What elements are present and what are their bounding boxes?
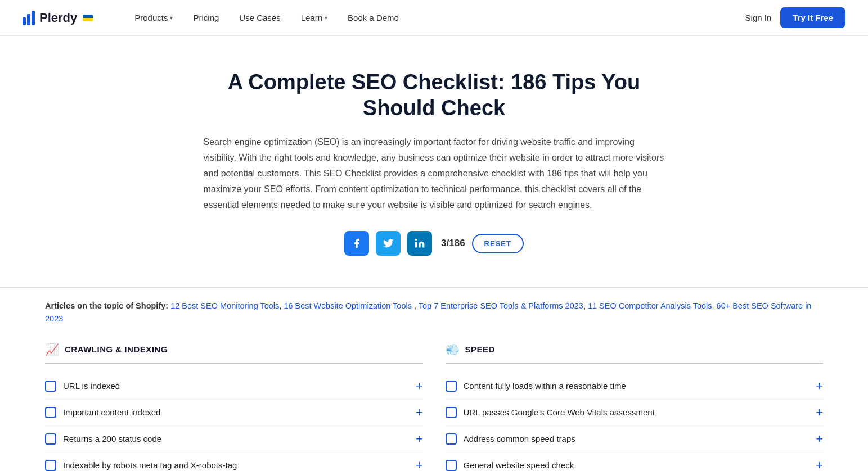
speed-icon: 💨: [446, 343, 460, 356]
logo-bar-1: [23, 17, 26, 25]
article-link-1[interactable]: 12 Best SEO Monitoring Tools: [170, 301, 279, 310]
speed-title: SPEED: [465, 345, 495, 354]
logo-icon: [23, 11, 35, 25]
hero-section: A Complete SEO Checklist: 186 Tips You S…: [181, 36, 687, 287]
expand-button[interactable]: +: [816, 459, 823, 471]
item-label: URL is indexed: [63, 381, 409, 391]
crawling-title: CRAWLING & INDEXING: [65, 345, 168, 354]
expand-button[interactable]: +: [416, 380, 423, 392]
list-item: Content fully loads within a reasonable …: [446, 373, 824, 400]
page-title: A Complete SEO Checklist: 186 Tips You S…: [204, 70, 665, 121]
checkbox-core-web-vitals[interactable]: [446, 407, 457, 418]
sign-in-link[interactable]: Sign In: [745, 13, 772, 22]
item-label: URL passes Google's Core Web Vitals asse…: [464, 407, 809, 417]
list-item: General website speed check +: [446, 452, 824, 471]
checkbox-robots-meta[interactable]: [45, 460, 56, 471]
article-link-2[interactable]: 16 Best Website Optimization Tools: [284, 301, 412, 310]
checkbox-speed-traps[interactable]: [446, 433, 457, 445]
ukraine-flag-icon: [83, 15, 93, 21]
logo-bar-3: [32, 11, 35, 25]
expand-button[interactable]: +: [416, 433, 423, 445]
nav-book-demo[interactable]: Book a Demo: [340, 8, 407, 27]
expand-button[interactable]: +: [816, 433, 823, 445]
checkbox-url-indexed[interactable]: [45, 381, 56, 392]
list-item: URL passes Google's Core Web Vitals asse…: [446, 400, 824, 426]
article-link-3[interactable]: Top 7 Enterprise SEO Tools & Platforms 2…: [419, 301, 583, 310]
expand-button[interactable]: +: [816, 380, 823, 392]
item-label: Indexable by robots meta tag and X-robot…: [63, 460, 409, 470]
logo[interactable]: Plerdy: [23, 11, 93, 25]
twitter-icon: [383, 238, 394, 249]
nav-links: Products ▾ Pricing Use Cases Learn ▾ Boo…: [127, 8, 745, 27]
list-item: Indexable by robots meta tag and X-robot…: [45, 452, 423, 471]
crawling-header: 📈 CRAWLING & INDEXING: [45, 343, 423, 364]
social-bar: 3/186 RESET: [204, 231, 665, 256]
checkbox-200-status[interactable]: [45, 433, 56, 445]
linkedin-share-button[interactable]: [407, 231, 432, 256]
list-item: URL is indexed +: [45, 373, 423, 400]
nav-products[interactable]: Products ▾: [127, 8, 181, 27]
navbar: Plerdy Products ▾ Pricing Use Cases Lear…: [0, 0, 868, 36]
checkbox-important-content[interactable]: [45, 407, 56, 418]
reset-button[interactable]: RESET: [472, 234, 524, 253]
chevron-down-icon: ▾: [325, 15, 327, 21]
chevron-down-icon: ▾: [170, 15, 173, 21]
item-label: Important content indexed: [63, 407, 409, 417]
list-item: Address common speed traps +: [446, 426, 824, 452]
facebook-share-button[interactable]: [344, 231, 369, 256]
checklist-grid: 📈 CRAWLING & INDEXING URL is indexed + I…: [0, 337, 868, 471]
speed-header: 💨 SPEED: [446, 343, 824, 364]
articles-bar: Articles on the topic of Shopify: 12 Bes…: [0, 288, 868, 337]
expand-button[interactable]: +: [416, 406, 423, 419]
item-label: Content fully loads within a reasonable …: [464, 381, 809, 391]
nav-pricing[interactable]: Pricing: [185, 8, 227, 27]
svg-point-0: [415, 239, 417, 241]
nav-learn[interactable]: Learn ▾: [293, 8, 335, 27]
hero-description: Search engine optimization (SEO) is an i…: [204, 134, 665, 213]
item-label: Address common speed traps: [464, 434, 809, 443]
crawling-icon: 📈: [45, 343, 59, 356]
linkedin-icon: [414, 238, 425, 249]
checkbox-content-loads[interactable]: [446, 381, 457, 392]
checkbox-general-speed[interactable]: [446, 460, 457, 471]
logo-text: Plerdy: [39, 11, 77, 25]
crawling-indexing-section: 📈 CRAWLING & INDEXING URL is indexed + I…: [34, 337, 434, 471]
articles-label: Articles on the topic of Shopify:: [45, 301, 168, 310]
nav-use-cases[interactable]: Use Cases: [231, 8, 288, 27]
logo-bar-2: [27, 14, 30, 25]
facebook-icon: [351, 238, 362, 249]
list-item: Returns a 200 status code +: [45, 426, 423, 452]
article-link-4[interactable]: 11 SEO Competitor Analysis Tools: [588, 301, 712, 310]
item-label: Returns a 200 status code: [63, 434, 409, 443]
expand-button[interactable]: +: [416, 459, 423, 471]
item-label: General website speed check: [464, 460, 809, 470]
nav-right: Sign In Try It Free: [745, 7, 845, 28]
twitter-share-button[interactable]: [376, 231, 401, 256]
list-item: Important content indexed +: [45, 400, 423, 426]
try-free-button[interactable]: Try It Free: [780, 7, 845, 28]
checklist-counter: 3/186: [441, 238, 465, 249]
speed-section: 💨 SPEED Content fully loads within a rea…: [434, 337, 835, 471]
expand-button[interactable]: +: [816, 406, 823, 419]
